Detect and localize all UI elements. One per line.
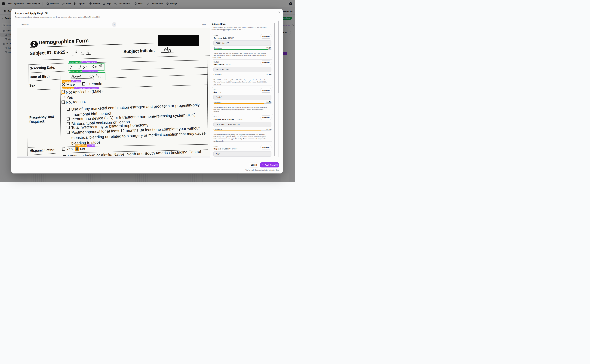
svg-text:"2024-01-07": "2024-01-07" [86,61,97,63]
svg-text:No: No [80,147,85,151]
svg-text:Male: Male [66,82,75,87]
svg-text:SEX (86.7%): SEX (86.7%) [62,80,71,82]
svg-text:Date of Birth:: Date of Birth: [30,74,51,79]
svg-text:"Not applicable (male)": "Not applicable (male)" [79,88,98,89]
svg-text:Yes: Yes [66,147,73,151]
svg-text:Required:: Required: [29,119,45,124]
svg-text:2: 2 [32,41,35,47]
svg-text:PRGREQ (81.8%): PRGREQ (81.8%) [62,88,74,89]
svg-text:ETHNIC (86.7%): ETHNIC (86.7%) [76,145,87,147]
svg-text:BRTHDT (91.7%): BRTHDT (91.7%) [70,71,82,72]
svg-text:SCRNDT (93.3%): SCRNDT (93.3%) [69,61,81,63]
svg-text:"1999-08-20": "1999-08-20" [87,71,97,72]
svg-text:Female: Female [89,81,102,86]
svg-text:"No": "No" [92,145,95,147]
svg-text:No, reason:: No, reason: [66,99,86,104]
svg-text:Sex:: Sex: [29,83,36,87]
svg-text:Yes: Yes [66,95,73,99]
svg-text:"Male": "Male" [75,80,80,82]
